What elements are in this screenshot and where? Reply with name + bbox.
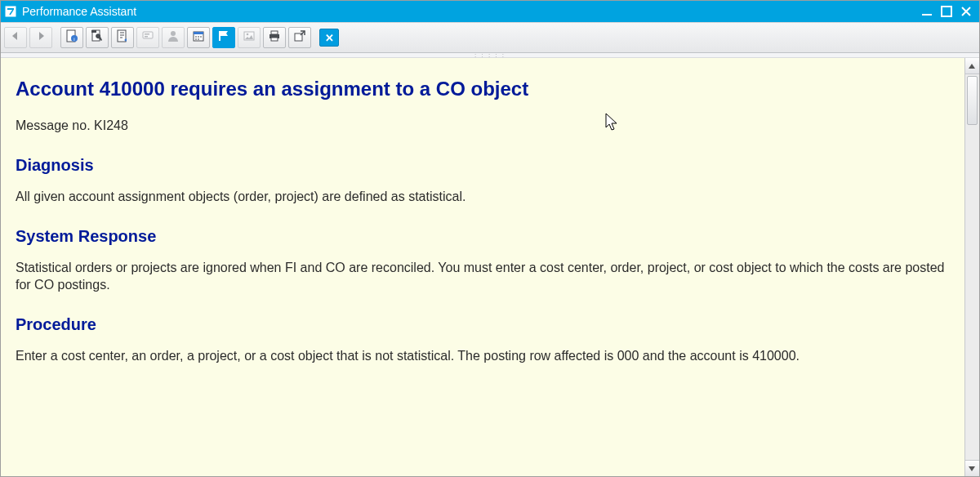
procedure-heading: Procedure — [16, 314, 950, 336]
tech-info-button[interactable] — [86, 27, 109, 48]
system-response-heading: System Response — [16, 225, 950, 247]
grip-dots-icon: : : : : : — [474, 53, 506, 57]
app-icon — [4, 5, 17, 18]
svg-rect-12 — [145, 36, 148, 38]
doc-info-icon: i — [65, 29, 78, 46]
performance-assistant-window: Performance Assistant i✕ : : : : : Accou… — [0, 0, 980, 477]
svg-rect-0 — [6, 7, 16, 16]
svg-rect-3 — [942, 7, 951, 16]
scroll-down-button[interactable] — [965, 460, 979, 476]
svg-rect-8 — [91, 30, 96, 33]
procedure-text: Enter a cost center, an order, a project… — [16, 347, 950, 365]
system-response-text: Statistical orders or projects are ignor… — [16, 259, 950, 294]
diagnosis-heading: Diagnosis — [16, 154, 950, 176]
close-help-button[interactable]: ✕ — [319, 29, 339, 47]
picture-icon — [243, 29, 256, 46]
svg-rect-10 — [143, 32, 153, 38]
printer-icon — [268, 29, 281, 46]
user-button — [162, 27, 185, 48]
help-document: Account 410000 requires an assignment to… — [1, 58, 964, 476]
titlebar: Performance Assistant — [1, 1, 979, 22]
label-tag-icon — [141, 29, 154, 46]
svg-text:i: i — [74, 37, 74, 42]
minimize-button[interactable] — [919, 4, 935, 19]
close-window-button[interactable] — [958, 4, 974, 19]
svg-rect-1 — [7, 8, 14, 10]
scroll-thumb[interactable] — [967, 76, 978, 125]
arrow-right-icon — [34, 30, 47, 45]
svg-rect-2 — [922, 14, 932, 16]
svg-rect-11 — [145, 33, 149, 35]
toolbar: i✕ — [1, 22, 979, 53]
svg-rect-20 — [271, 38, 278, 41]
x-icon: ✕ — [325, 33, 334, 43]
flag-button[interactable] — [212, 27, 235, 48]
calendar-button[interactable] — [187, 27, 210, 48]
doc-arrow-icon — [116, 29, 129, 46]
forward-button — [29, 27, 52, 48]
customize-button[interactable] — [111, 27, 134, 48]
scroll-up-button[interactable] — [965, 58, 979, 74]
svg-point-17 — [247, 33, 249, 36]
doc-title: Account 410000 requires an assignment to… — [16, 76, 950, 102]
doc-info-button[interactable]: i — [60, 27, 83, 48]
calendar-icon — [192, 29, 205, 46]
svg-rect-18 — [271, 31, 278, 34]
export-button[interactable] — [288, 27, 311, 48]
flag-icon — [217, 29, 230, 46]
svg-point-13 — [171, 31, 176, 36]
print-button[interactable] — [263, 27, 286, 48]
person-icon — [167, 29, 180, 46]
window-title: Performance Assistant — [22, 5, 136, 18]
arrow-left-icon — [9, 30, 22, 45]
scrollbar[interactable] — [964, 58, 979, 476]
back-button — [4, 27, 27, 48]
diagnosis-text: All given account assignment objects (or… — [16, 188, 950, 206]
message-number: Message no. KI248 — [16, 117, 950, 135]
export-icon — [293, 29, 306, 46]
maximize-button[interactable] — [938, 4, 955, 19]
messages-button — [136, 27, 159, 48]
breakpoint-button — [238, 27, 261, 48]
wrench-doc-icon — [91, 29, 104, 46]
svg-rect-15 — [194, 32, 203, 34]
scroll-track[interactable] — [965, 74, 979, 460]
